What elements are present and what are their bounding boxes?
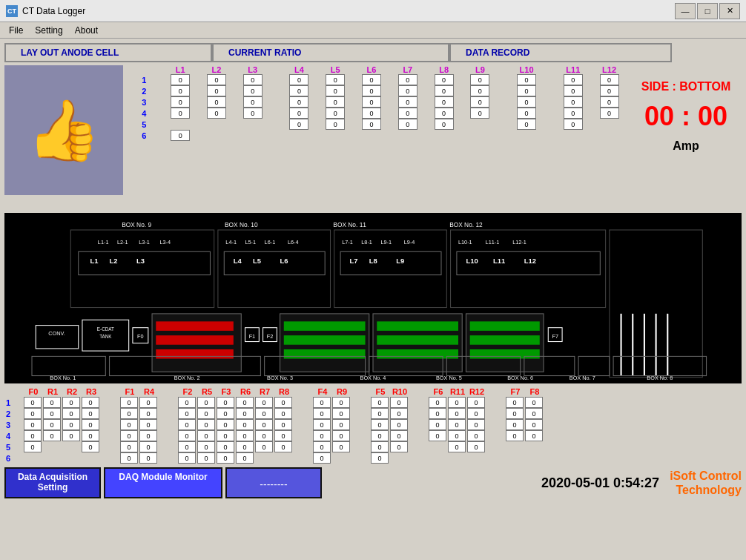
bottom-cell-r3-R3[interactable] (82, 419, 101, 430)
top-input-r2-c8[interactable] (435, 85, 454, 96)
top-cell-r6-c12[interactable] (591, 130, 627, 141)
bottom-cell-r3-R4[interactable] (139, 419, 159, 430)
top-cell-r2-c8[interactable] (426, 85, 462, 96)
bottom-input-r6-F1[interactable] (120, 452, 138, 464)
bottom-cell-r2-F2[interactable] (178, 408, 197, 419)
top-cell-r1-c3[interactable] (234, 74, 271, 85)
top-input-r1-c8[interactable] (435, 74, 454, 85)
top-cell-r3-c9[interactable] (462, 96, 498, 108)
top-input-r4-c7[interactable] (398, 108, 417, 119)
bottom-input-r4-R8[interactable] (274, 430, 292, 441)
bottom-cell-r5-R11[interactable] (448, 441, 467, 452)
bottom-input-r2-R5[interactable] (197, 408, 215, 419)
top-cell-r4-c12[interactable] (591, 108, 627, 119)
bottom-input-r2-F4[interactable] (313, 408, 331, 419)
bottom-input-r4-R6[interactable] (236, 430, 254, 441)
bottom-cell-r4-F1[interactable] (120, 430, 139, 441)
top-input-r4-c10[interactable] (517, 108, 536, 119)
minimize-button[interactable]: — (675, 3, 696, 19)
bottom-cell-r4-R5[interactable] (197, 430, 217, 441)
bottom-input-r1-R7[interactable] (255, 397, 273, 408)
top-cell-r2-c11[interactable] (555, 85, 591, 96)
bottom-input-r2-R4[interactable] (139, 408, 157, 419)
bottom-cell-r4-F0[interactable] (24, 430, 43, 441)
bottom-cell-r2-R10[interactable] (390, 408, 409, 419)
bottom-cell-r5-F6[interactable] (429, 441, 448, 452)
bottom-cell-r1-F5[interactable] (371, 397, 390, 408)
top-cell-r4-c1[interactable] (162, 108, 199, 119)
bottom-cell-r6-F6[interactable] (429, 452, 448, 464)
bottom-input-r3-R4[interactable] (139, 419, 157, 430)
bottom-input-r2-R2[interactable] (62, 408, 80, 419)
top-cell-r1-c1[interactable] (162, 74, 199, 85)
top-cell-r1-c11[interactable] (555, 74, 591, 85)
bottom-cell-r5-R8[interactable] (274, 441, 294, 452)
top-input-r2-c11[interactable] (564, 85, 583, 96)
bottom-cell-r3-F3[interactable] (217, 419, 236, 430)
bottom-input-r3-R3[interactable] (82, 419, 99, 430)
top-cell-r4-c7[interactable] (389, 108, 426, 119)
bottom-input-r4-F2[interactable] (178, 430, 196, 441)
top-input-r1-c5[interactable] (326, 74, 345, 85)
top-cell-r5-c9[interactable] (462, 119, 498, 130)
bottom-cell-r2-F4[interactable] (313, 408, 332, 419)
bottom-cell-r2-R4[interactable] (139, 408, 159, 419)
bottom-cell-r5-R10[interactable] (390, 441, 409, 452)
bottom-cell-r5-F1[interactable] (120, 441, 139, 452)
bottom-input-r5-R10[interactable] (390, 441, 408, 452)
bottom-input-r4-F5[interactable] (371, 430, 389, 441)
top-input-r3-c9[interactable] (470, 96, 489, 108)
top-input-r4-c11[interactable] (564, 108, 583, 119)
bottom-input-r3-R11[interactable] (448, 419, 466, 430)
top-input-r4-c4[interactable] (289, 108, 308, 119)
bottom-input-r1-R1[interactable] (43, 397, 61, 408)
bottom-cell-r6-F8[interactable] (525, 452, 544, 464)
top-cell-r4-c10[interactable] (509, 108, 545, 119)
bottom-input-r3-R8[interactable] (274, 419, 292, 430)
bottom-cell-r6-R4[interactable] (139, 452, 159, 464)
bottom-input-r3-F4[interactable] (313, 419, 331, 430)
bottom-cell-r5-R5[interactable] (197, 441, 217, 452)
bottom-cell-r2-R1[interactable] (43, 408, 62, 419)
bottom-cell-r5-R2[interactable] (62, 441, 82, 452)
top-cell-r6-c5[interactable] (317, 130, 354, 141)
bottom-cell-r3-R7[interactable] (255, 419, 274, 430)
bottom-cell-r4-F8[interactable] (525, 430, 544, 441)
bottom-input-r3-F7[interactable] (506, 419, 524, 430)
top-cell-r1-c6[interactable] (354, 74, 390, 85)
bottom-input-r6-F5[interactable] (371, 452, 389, 464)
bottom-cell-r1-R5[interactable] (197, 397, 217, 408)
top-input-r2-c10[interactable] (517, 85, 536, 96)
bottom-cell-r6-R10[interactable] (390, 452, 409, 464)
bottom-input-r4-R7[interactable] (255, 430, 273, 441)
tab-data-record[interactable]: DATA RECORD (449, 43, 672, 62)
top-cell-r2-c10[interactable] (509, 85, 545, 96)
top-input-r5-c11[interactable] (564, 119, 583, 130)
bottom-input-r2-R12[interactable] (467, 408, 485, 419)
tab-layout-anode[interactable]: LAY OUT ANODE CELL (4, 43, 212, 62)
bottom-input-r4-R10[interactable] (390, 430, 408, 441)
top-cell-r1-c2[interactable] (199, 74, 235, 85)
bottom-input-r3-F8[interactable] (525, 419, 543, 430)
top-cell-r3-c3[interactable] (234, 96, 271, 108)
top-input-r5-c10[interactable] (517, 119, 536, 130)
top-input-r4-c9[interactable] (470, 108, 489, 119)
bottom-cell-r4-R3[interactable] (82, 430, 101, 441)
bottom-cell-r2-F6[interactable] (429, 408, 448, 419)
top-input-r4-c12[interactable] (600, 108, 619, 119)
bottom-input-r2-F2[interactable] (178, 408, 196, 419)
top-cell-r6-c2[interactable] (199, 130, 235, 141)
bottom-cell-r4-R11[interactable] (448, 430, 467, 441)
bottom-cell-r4-R4[interactable] (139, 430, 159, 441)
bottom-input-r3-F0[interactable] (24, 419, 42, 430)
bottom-cell-r3-F2[interactable] (178, 419, 197, 430)
bottom-cell-r3-R11[interactable] (448, 419, 467, 430)
top-input-r4-c2[interactable] (207, 108, 226, 119)
bottom-input-r1-R4[interactable] (139, 397, 157, 408)
bottom-input-r2-F1[interactable] (120, 408, 138, 419)
bottom-input-r5-R12[interactable] (467, 441, 485, 452)
bottom-cell-r6-F2[interactable] (178, 452, 197, 464)
bottom-cell-r3-F1[interactable] (120, 419, 139, 430)
bottom-cell-r5-R3[interactable] (82, 441, 101, 452)
bottom-cell-r1-R12[interactable] (467, 397, 486, 408)
